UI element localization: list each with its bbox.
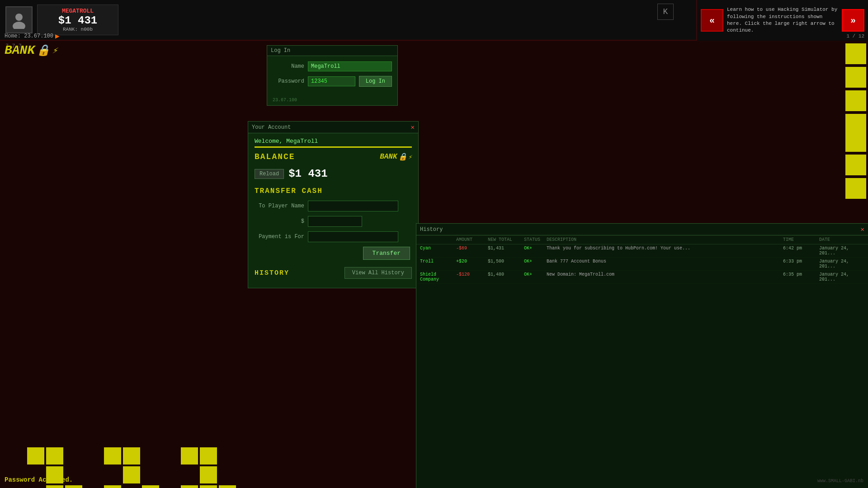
account-content: Welcome, MegaTroll BALANCE BANK 🔒 ⚡ Relo… xyxy=(248,133,418,288)
password-row: Password Log In xyxy=(273,76,392,87)
svg-point-0 xyxy=(15,14,23,21)
history-row: Cyan -$69 $1,431 OK+ Thank you for subsc… xyxy=(416,244,868,258)
history-table-header: AMOUNT NEW TOTAL STATUS DESCRIPTION TIME… xyxy=(416,235,868,244)
balance-amount: $1 431 xyxy=(288,168,327,180)
col-header-amount: AMOUNT xyxy=(456,237,488,242)
row3-time: 6:35 pm xyxy=(783,272,819,282)
password-input[interactable] xyxy=(308,76,355,86)
bank-symbol-topleft: ⚡ xyxy=(52,45,57,56)
balance-section: BALANCE BANK 🔒 ⚡ xyxy=(255,152,412,161)
home-ip: Home: 23.67.100 xyxy=(5,33,53,39)
row3-desc: New Domain: MegaTroll.com xyxy=(547,272,783,282)
login-titlebar: Log In xyxy=(267,46,397,56)
account-titlebar: Your Account ✕ xyxy=(248,122,418,133)
history-rows: Cyan -$69 $1,431 OK+ Thank you for subsc… xyxy=(416,244,868,284)
amount-row: $ xyxy=(255,216,412,227)
player-name: MEGATROLL xyxy=(45,8,111,14)
login-window: Log In Name Password Log In 23.67.100 xyxy=(267,45,398,106)
to-player-label: To Player Name xyxy=(255,203,304,209)
next-tutorial-button[interactable]: » xyxy=(842,9,864,32)
to-player-row: To Player Name xyxy=(255,201,412,211)
tutorial-panel: K « Learn how to use Hacking Simulator b… xyxy=(696,0,868,41)
bank-sym-account: ⚡ xyxy=(408,153,412,161)
watermark: www.SMALL-GABI.nb xyxy=(817,479,863,483)
transfer-label: TRANSFER CASH xyxy=(255,187,412,195)
tutorial-counter: 1 / 12 xyxy=(846,33,864,39)
col-header-name xyxy=(420,237,456,242)
bank-logo-topleft: BANK 🔒 ⚡ xyxy=(5,43,57,57)
transfer-btn-row: Transfer xyxy=(255,247,412,260)
history-close-button[interactable]: ✕ xyxy=(861,225,864,233)
row2-date: January 24, 201... xyxy=(819,259,864,269)
col-header-status: STATUS xyxy=(524,237,547,242)
player-info-box: MEGATROLL $1 431 RANK: n00b xyxy=(37,5,118,35)
balance-row: Reload $1 431 xyxy=(255,168,412,180)
login-form: Name Password Log In xyxy=(267,56,397,97)
history-titlebar: History ✕ xyxy=(416,224,868,235)
next-icon: » xyxy=(850,15,856,26)
row1-status: OK+ xyxy=(524,246,547,256)
name-row: Name xyxy=(273,61,392,71)
password-status: Password Accepted. xyxy=(5,476,73,483)
row3-date: January 24, 201... xyxy=(819,272,864,282)
k-button[interactable]: K xyxy=(657,4,674,20)
account-window: Your Account ✕ Welcome, MegaTroll BALANC… xyxy=(248,121,419,288)
tutorial-text: Learn how to use Hacking Simulator by fo… xyxy=(727,6,838,34)
transfer-button[interactable]: Transfer xyxy=(363,247,410,260)
row1-time: 6:42 pm xyxy=(783,246,819,256)
name-label: Name xyxy=(273,63,304,70)
lock-icon-topleft: 🔒 xyxy=(37,44,50,57)
row3-name: Shield Company xyxy=(420,272,456,282)
col-header-date: DATE xyxy=(819,237,864,242)
payment-for-label: Payment is For xyxy=(255,234,304,240)
name-input[interactable] xyxy=(308,61,392,71)
col-header-desc: DESCRIPTION xyxy=(547,237,783,242)
prev-tutorial-button[interactable]: « xyxy=(701,9,723,32)
payment-for-input[interactable] xyxy=(308,231,398,242)
svg-point-1 xyxy=(13,22,25,29)
view-all-history-button[interactable]: View All History xyxy=(344,267,412,279)
bank-text-topleft: BANK xyxy=(5,43,35,57)
history-row: Troll +$20 $1,500 OK+ Bank 777 Account B… xyxy=(416,258,868,271)
reload-button[interactable]: Reload xyxy=(255,169,284,179)
amount-input[interactable] xyxy=(308,216,362,227)
row1-new-total: $1,431 xyxy=(488,246,524,256)
row1-desc: Thank you for subscribing to HubPorn.com… xyxy=(547,246,783,256)
col-header-new-total: NEW TOTAL xyxy=(488,237,524,242)
login-ip: 23.67.100 xyxy=(267,97,397,105)
row3-new-total: $1,480 xyxy=(488,272,524,282)
row1-name: Cyan xyxy=(420,246,456,256)
payment-for-row: Payment is For xyxy=(255,231,412,242)
history-label: HISTORY xyxy=(255,269,289,277)
account-title: Your Account xyxy=(252,124,291,131)
bank-logo-account: BANK 🔒 ⚡ xyxy=(380,152,412,161)
yellow-divider xyxy=(255,146,412,148)
lock-icon-account: 🔒 xyxy=(398,152,407,161)
avatar xyxy=(5,6,33,33)
row3-status: OK+ xyxy=(524,272,547,282)
player-balance: $1 431 xyxy=(45,14,111,27)
password-label: Password xyxy=(273,78,304,84)
avatar-icon xyxy=(10,11,28,29)
row2-amount: +$20 xyxy=(456,259,488,269)
col-header-time: TIME xyxy=(783,237,819,242)
prev-icon: « xyxy=(709,15,715,26)
history-title: History xyxy=(420,226,443,233)
row2-time: 6:33 pm xyxy=(783,259,819,269)
welcome-text: Welcome, MegaTroll xyxy=(255,138,412,145)
row3-amount: -$120 xyxy=(456,272,488,282)
row2-new-total: $1,500 xyxy=(488,259,524,269)
history-section: HISTORY View All History xyxy=(255,267,412,283)
history-row: Shield Company -$120 $1,480 OK+ New Doma… xyxy=(416,271,868,284)
login-title: Log In xyxy=(271,47,290,54)
login-button[interactable]: Log In xyxy=(359,76,392,87)
to-player-input[interactable] xyxy=(308,201,398,211)
bank-text-account: BANK xyxy=(380,153,397,161)
dollar-label: $ xyxy=(255,218,304,225)
account-close-button[interactable]: ✕ xyxy=(411,123,415,131)
row1-date: January 24, 201... xyxy=(819,246,864,256)
balance-label: BALANCE xyxy=(255,152,295,161)
row2-status: OK+ xyxy=(524,259,547,269)
row1-amount: -$69 xyxy=(456,246,488,256)
row2-desc: Bank 777 Account Bonus xyxy=(547,259,783,269)
